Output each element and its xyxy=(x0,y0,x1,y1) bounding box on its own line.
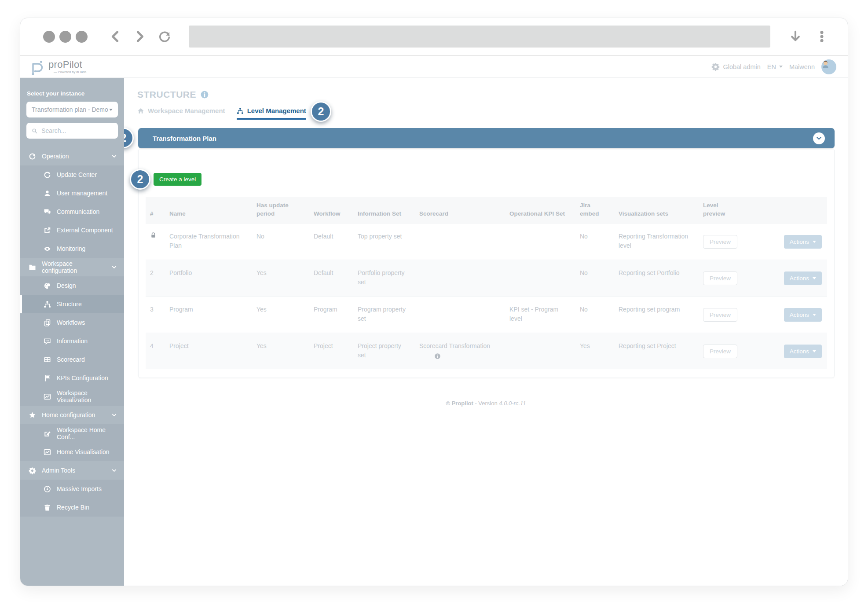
window-control-dot[interactable] xyxy=(43,31,55,43)
tab-bar: Workspace Management Level Management 2 xyxy=(137,107,835,120)
cell-scorecard: Scorecard Transformation xyxy=(415,333,505,370)
cell-num: 4 xyxy=(146,333,165,370)
table-row: 3 Program Yes Program Program property s… xyxy=(146,297,827,333)
window-control-dot[interactable] xyxy=(76,31,88,43)
table-row: Corporate Transformation Plan No Default… xyxy=(146,224,827,260)
actions-button[interactable]: Actions xyxy=(784,308,822,322)
tab-workspace-management[interactable]: Workspace Management xyxy=(137,107,225,120)
kebab-menu-icon[interactable] xyxy=(815,30,828,43)
sidebar-section-admin-tools[interactable]: Admin Tools xyxy=(20,461,124,480)
actions-label: Actions xyxy=(790,275,809,282)
refresh-icon xyxy=(44,171,51,179)
user-icon xyxy=(44,190,51,197)
export-icon xyxy=(44,227,51,234)
sidebar-section-label: Home configuration xyxy=(42,411,95,418)
download-circle-icon xyxy=(44,485,51,493)
sidebar-item-workspace-visualization[interactable]: Workspace Visualization xyxy=(20,387,124,406)
sidebar-item-information[interactable]: Information xyxy=(20,332,124,350)
language-dropdown[interactable]: EN xyxy=(767,63,783,70)
preview-button[interactable]: Preview xyxy=(703,271,737,285)
window-controls xyxy=(43,31,88,43)
sidebar-item-label: KPIs Configuration xyxy=(57,374,108,382)
sidebar-item-external-component[interactable]: External Component xyxy=(20,221,124,239)
table-row: 2 Portfolio Yes Default Portfolio proper… xyxy=(146,260,827,297)
caret-down-icon xyxy=(813,350,816,352)
cell-jira-embed: No xyxy=(575,297,614,333)
column-information-set: Information Set xyxy=(353,197,415,224)
preview-button[interactable]: Preview xyxy=(703,345,737,358)
sidebar-item-workspace-home-conf[interactable]: Workspace Home Conf... xyxy=(20,424,124,443)
tab-label: Workspace Management xyxy=(148,107,225,114)
search-input[interactable] xyxy=(41,127,113,134)
window-control-dot[interactable] xyxy=(59,31,71,43)
sidebar-item-communication[interactable]: Communication xyxy=(20,202,124,221)
cell-operational-kpi-set xyxy=(505,260,575,297)
chevron-down-icon xyxy=(111,154,117,159)
sidebar-section-operation[interactable]: Operation xyxy=(20,147,124,165)
comment-icon xyxy=(44,338,51,345)
sidebar-item-workflows[interactable]: Workflows xyxy=(20,313,124,332)
download-icon[interactable] xyxy=(789,30,802,43)
step-badge: 2 xyxy=(124,128,134,148)
sidebar-item-structure[interactable]: Structure xyxy=(20,295,124,313)
sidebar-section-label: Operation xyxy=(42,153,69,160)
app-logo[interactable]: proPilot — Powered by dFakto xyxy=(27,58,86,76)
preview-button[interactable]: Preview xyxy=(703,308,737,322)
page-title: STRUCTURE xyxy=(137,89,196,100)
cell-num: 2 xyxy=(146,260,165,297)
sitemap-icon xyxy=(237,107,244,114)
info-icon[interactable] xyxy=(434,353,441,360)
sidebar-item-label: Monitoring xyxy=(57,245,85,252)
caret-down-icon xyxy=(813,241,816,243)
actions-button[interactable]: Actions xyxy=(784,235,822,249)
sidebar-item-massive-imports[interactable]: Massive Imports xyxy=(20,480,124,498)
actions-label: Actions xyxy=(790,238,809,245)
reload-icon[interactable] xyxy=(158,30,171,43)
sidebar-section-workspace-configuration[interactable]: Workspace configuration xyxy=(20,258,124,276)
transformation-plan-header[interactable]: 2 Transformation Plan xyxy=(138,128,835,148)
forward-icon[interactable] xyxy=(133,30,146,43)
cell-jira-embed: Yes xyxy=(575,333,614,370)
search-icon xyxy=(32,128,37,134)
cell-information-set: Top property set xyxy=(353,224,415,260)
sidebar-item-home-visualisation[interactable]: Home Visualisation xyxy=(20,443,124,461)
collapse-toggle[interactable] xyxy=(813,132,825,144)
back-icon[interactable] xyxy=(109,30,122,43)
sidebar-item-recycle-bin[interactable]: Recycle Bin xyxy=(20,498,124,517)
tab-level-management[interactable]: Level Management 2 xyxy=(237,107,306,120)
actions-button[interactable]: Actions xyxy=(784,345,822,358)
global-admin-button[interactable]: Global admin xyxy=(711,62,760,71)
sidebar-item-design[interactable]: Design xyxy=(20,276,124,295)
table-header-row: # Name Has update period Workflow Inform… xyxy=(146,197,827,224)
cell-information-set: Portfolio property set xyxy=(353,260,415,297)
instance-select[interactable]: Transformation plan - Demo xyxy=(26,102,118,117)
home-icon xyxy=(137,107,144,114)
create-level-button[interactable]: Create a level xyxy=(154,173,201,186)
sitemap-icon xyxy=(44,301,51,308)
sidebar-item-scorecard[interactable]: Scorecard xyxy=(20,350,124,369)
sidebar-item-user-management[interactable]: User management xyxy=(20,184,124,202)
chevron-down-icon xyxy=(111,468,117,473)
brand-tagline: — Powered by dFakto xyxy=(48,70,86,74)
user-name[interactable]: Maiwenn xyxy=(789,63,815,70)
info-icon[interactable] xyxy=(200,90,209,99)
table-row: 4 Project Yes Project Project property s… xyxy=(146,333,827,370)
sidebar-section-home-configuration[interactable]: Home configuration xyxy=(20,406,124,424)
cell-operational-kpi-set xyxy=(505,333,575,370)
sidebar-item-update-center[interactable]: Update Center xyxy=(20,165,124,184)
main-content: STRUCTURE Workspace Management Level Man… xyxy=(124,78,848,586)
column-actions xyxy=(744,197,827,224)
cell-visualization-sets: Reporting set program xyxy=(614,297,699,333)
address-bar[interactable] xyxy=(189,26,770,48)
step-badge: 2 xyxy=(311,101,331,122)
sidebar-item-monitoring[interactable]: Monitoring xyxy=(20,239,124,258)
preview-button[interactable]: Preview xyxy=(703,235,737,249)
cell-name: Project xyxy=(165,333,252,370)
sidebar: Select your instance Transformation plan… xyxy=(20,78,124,586)
actions-button[interactable]: Actions xyxy=(784,271,822,285)
cell-name: Corporate Transformation Plan xyxy=(165,224,252,260)
browser-window: proPilot — Powered by dFakto Global admi… xyxy=(20,18,848,586)
sidebar-item-kpis-configuration[interactable]: KPIs Configuration xyxy=(20,369,124,387)
chat-icon xyxy=(44,208,51,216)
avatar[interactable] xyxy=(821,59,836,74)
